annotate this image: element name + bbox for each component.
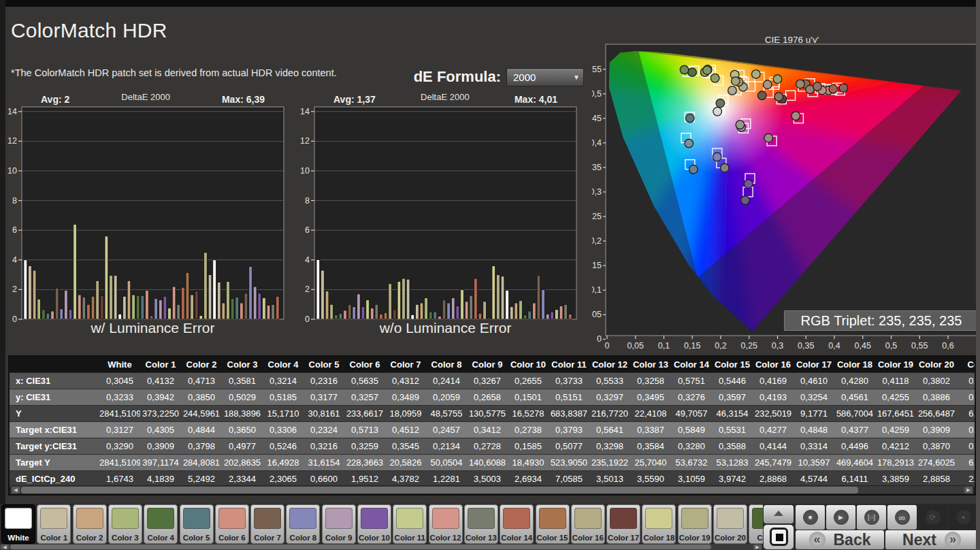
table-cell: 0,3584 [630,438,671,454]
scroll-right-arrow-icon[interactable]: ▶ [964,487,973,494]
patch-label: Color 20 [713,534,747,542]
patch-color-14[interactable]: Color 14 [500,504,534,544]
table-row: Y2841,5109373,2250244,5961188,389615,171… [10,406,975,422]
patch-color-13[interactable]: Color 13 [464,504,498,544]
loop-button[interactable]: [··] [857,505,886,530]
bar [370,308,374,319]
table-cell: 2,3065 [263,471,304,487]
table-cell: 0,51 [957,438,976,454]
y-tick-label: 0,35 [592,163,602,172]
measured-marker [757,91,766,100]
patch-swatch [681,508,708,529]
patch-color-3[interactable]: Color 3 [108,504,142,544]
bar [357,294,361,319]
measured-marker [763,80,772,89]
patch-color-4[interactable]: Color 4 [144,504,178,544]
table-cell: 0,2658 [467,389,508,405]
patch-color-7[interactable]: Color 7 [250,504,284,544]
patch-swatch [147,508,174,529]
patch-color-12[interactable]: Color 12 [429,504,463,544]
play-icon: ▶ [834,510,849,525]
bar [127,280,131,319]
chart-without-luminance-error: Avg: 1,37 DeltaE 2000 Max: 4,01 02468101… [294,94,595,346]
bar [222,303,225,319]
patch-color-8[interactable]: Color 8 [286,504,320,544]
table-cell: 0,5185 [263,389,304,405]
patch-label: Color 2 [73,534,107,542]
scroll-left-arrow-icon[interactable]: ◀ [12,487,20,494]
patch-horizontal-scrollbar[interactable]: ◀ ▶ [0,544,762,550]
table-cell: 274,6025 [916,455,957,470]
table-cell: 2841,5109 [99,455,140,470]
bar [487,318,491,319]
bar [546,314,549,319]
table-cell: 0,2316 [304,373,344,389]
bar [492,266,495,319]
y-tick-label: 0,55 [592,65,602,74]
table-cell: 0,4561 [834,389,875,405]
y-tick-label: 0 [12,314,17,324]
patch-color-1[interactable]: Color 1 [37,504,71,544]
play-button[interactable]: ▶ [826,505,855,530]
patch-color-5[interactable]: Color 5 [180,504,214,544]
column-header: Color 2 [181,357,222,372]
y-tick-label: 14 [300,107,310,116]
column-header: Color 20 [916,357,957,372]
bar [272,304,275,319]
de-formula-dropdown[interactable]: 2000 ▼ [506,68,584,86]
patch-color-10[interactable]: Color 10 [357,504,391,544]
y-tick-label: 0,15 [592,261,602,270]
bar [217,282,220,320]
table-cell: 3,1059 [671,471,712,487]
table-cell: 1,2281 [426,471,467,487]
table-cell: 0,5151 [549,389,589,405]
measured-marker [716,99,725,108]
patch-color-16[interactable]: Color 16 [571,504,605,544]
bar [33,270,36,319]
patch-white[interactable]: White [1,504,35,544]
table-horizontal-scrollbar[interactable]: ◀ ▶ [11,485,973,494]
scroll-right-arrow-icon[interactable]: ▶ [753,545,762,549]
bar [208,275,212,319]
patch-label: Color 14 [500,534,534,542]
table-cell: 7,0585 [549,471,589,487]
y-tick-label: 4 [12,255,17,265]
patch-window-button[interactable] [764,525,794,549]
row-label: Y [10,406,99,421]
table-cell: 0,3495 [630,389,671,405]
patch-color-11[interactable]: Color 11 [393,504,427,544]
next-button[interactable]: Next » [885,530,978,549]
patch-scrollbar-thumb[interactable] [10,545,711,549]
table-cell: 0,3290 [99,438,140,454]
bar [191,295,194,319]
table-scrollbar-thumb[interactable] [21,487,858,494]
patch-scroll-up-button[interactable] [764,505,794,523]
patch-colo[interactable]: Colo [749,504,763,544]
patch-color-6[interactable]: Color 6 [215,504,249,544]
stop-button[interactable]: ■ [796,505,825,530]
scroll-left-arrow-icon[interactable]: ◀ [1,545,9,549]
window-right-strip [976,0,980,550]
patch-label: Color 16 [571,534,605,542]
column-header: Color 1 [140,357,181,372]
back-button[interactable]: « Back [796,530,884,549]
bar [110,276,113,319]
patch-color-18[interactable]: Color 18 [642,504,676,544]
bar [118,314,122,319]
bar [438,317,442,319]
bar [375,304,378,319]
patch-color-17[interactable]: Color 17 [606,504,640,544]
table-cell: 3,9742 [712,471,753,487]
patch-color-9[interactable]: Color 9 [322,504,356,544]
patch-color-15[interactable]: Color 15 [536,504,570,544]
chart2-plot: 02468101214 [294,103,595,328]
patch-swatch [289,508,316,529]
table-cell: 0,3870 [916,438,957,454]
patch-color-19[interactable]: Color 19 [678,504,712,544]
continuous-button[interactable]: ∞ [887,505,917,530]
row-label: Target x:CIE31 [10,422,99,438]
patch-color-20[interactable]: Color 20 [713,504,747,544]
row-label: Target y:CIE31 [10,438,99,454]
patch-color-2[interactable]: Color 2 [73,504,107,544]
table-cell: 2841,5109 [99,406,140,421]
